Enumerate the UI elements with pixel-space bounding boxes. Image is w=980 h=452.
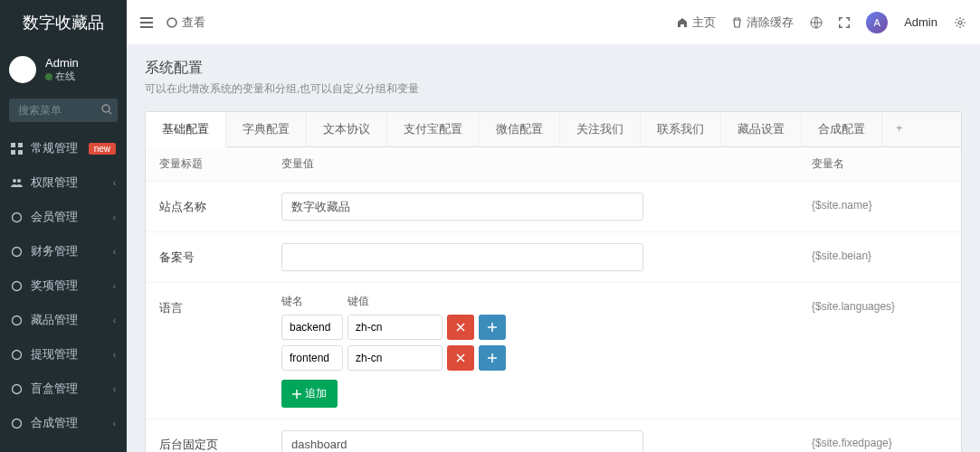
svg-point-15 [13,384,22,393]
menu-label: 会员管理 [31,209,78,225]
kv-row [281,315,812,340]
chevron-left-icon: ‹ [113,419,116,428]
field-label: 语言 [159,294,281,316]
menu-item-withdraw[interactable]: 提现管理 ‹ [0,337,127,372]
tab-synthesis-config[interactable]: 合成配置 [802,112,882,146]
circle-icon [167,17,177,28]
user-avatar-large[interactable] [9,56,36,83]
circle-icon [11,315,24,326]
column-header-var: 变量名 [812,156,947,172]
top-header: 数字收藏品 查看 主页 清除缓存 [0,0,980,45]
menu-item-finance[interactable]: 财务管理 ‹ [0,234,127,268]
menu-item-prize[interactable]: 奖项管理 ‹ [0,268,127,303]
field-label: 备案号 [159,243,281,266]
plus-icon [292,390,301,399]
view-button[interactable]: 查看 [167,14,205,31]
add-row-button[interactable] [479,315,506,340]
trash-icon [732,17,742,28]
dashboard-icon [11,143,24,155]
home-label: 主页 [692,14,716,31]
kv-row [281,345,812,371]
remove-row-button[interactable] [447,345,474,371]
logo-text: 数字收藏品 [23,12,104,33]
user-name-header[interactable]: Admin [904,15,937,29]
sitename-input[interactable] [281,193,643,221]
svg-point-0 [167,18,176,27]
circle-icon [11,280,24,292]
tab-basic[interactable]: 基础配置 [146,112,226,147]
tab-text[interactable]: 文本协议 [307,112,387,146]
header-left-tools: 查看 [140,14,205,31]
menu-label: 藏品管理 [31,312,78,328]
chevron-left-icon: ‹ [113,247,116,257]
content-header: 系统配置 可以在此增改系统的变量和分组,也可以自定义分组和变量 [127,45,980,104]
svg-point-16 [13,419,22,428]
field-var: {$site.name} [812,193,947,212]
form-row-fixedpage: 后台固定页 {$site.fixedpage} [146,419,961,452]
menu-list: 常规管理 new 权限管理 ‹ 会员管理 ‹ 财务管理 ‹ [0,131,127,440]
menu-item-member[interactable]: 会员管理 ‹ [0,200,127,234]
column-header-title: 变量标题 [159,156,281,172]
menu-label: 合成管理 [31,415,78,431]
form-row-language: 语言 键名 键值 [146,283,961,419]
tab-wechat[interactable]: 微信配置 [480,112,560,146]
kv-key-input[interactable] [281,315,343,340]
kv-key-input[interactable] [281,345,343,371]
menu-toggle-icon[interactable] [140,17,153,28]
kv-header: 键名 键值 [281,294,812,309]
form-body: 变量标题 变量值 变量名 站点名称 {$site.name} 备案号 {$sit… [145,147,962,452]
tabs-container: 基础配置 字典配置 文本协议 支付宝配置 微信配置 关注我们 联系我们 藏品设置… [145,111,962,147]
tab-dict[interactable]: 字典配置 [226,112,307,146]
svg-rect-6 [11,150,15,155]
kv-value-input[interactable] [347,345,442,371]
chevron-left-icon: ‹ [113,315,116,325]
close-icon [456,353,465,363]
menu-label: 权限管理 [31,174,78,191]
user-avatar-small[interactable]: A [866,12,888,33]
tab-contact[interactable]: 联系我们 [641,112,721,146]
menu-item-blindbox[interactable]: 盲盒管理 ‹ [0,372,127,406]
search-icon[interactable] [101,104,112,115]
remove-row-button[interactable] [447,315,474,340]
kv-header-value: 键值 [347,294,442,309]
status-dot-icon [45,73,52,80]
logo-area: 数字收藏品 [0,0,127,45]
tab-collection-settings[interactable]: 藏品设置 [721,112,802,146]
menu-label: 财务管理 [31,243,78,259]
fixedpage-input[interactable] [281,430,643,452]
header-main: 查看 主页 清除缓存 A Admin [127,12,980,33]
home-link[interactable]: 主页 [677,14,716,31]
tab-add-icon[interactable]: + [882,112,917,146]
group-icon [11,177,24,189]
circle-icon [11,246,24,258]
menu-item-collection[interactable]: 藏品管理 ‹ [0,303,127,337]
language-icon[interactable] [810,16,823,29]
menu-label: 提现管理 [31,346,78,363]
user-status: 在线 [45,70,79,83]
add-row-button[interactable] [479,345,506,371]
clear-cache-link[interactable]: 清除缓存 [732,14,794,31]
user-status-label: 在线 [55,70,75,83]
menu-item-general[interactable]: 常规管理 new [0,131,127,165]
fullscreen-icon[interactable] [839,17,850,28]
field-var: {$site.beian} [812,243,947,262]
svg-point-2 [958,21,962,24]
menu-item-synthesis[interactable]: 合成管理 ‹ [0,406,127,440]
user-panel: Admin 在线 [0,45,127,94]
page-subtitle: 可以在此增改系统的变量和分组,也可以自定义分组和变量 [145,81,962,97]
chevron-left-icon: ‹ [113,178,116,188]
chevron-left-icon: ‹ [113,384,116,394]
svg-rect-7 [18,150,23,155]
chevron-left-icon: ‹ [113,281,116,291]
form-row-sitename: 站点名称 {$site.name} [146,182,961,232]
svg-point-9 [17,179,21,183]
settings-icon[interactable] [954,16,966,29]
kv-value-input[interactable] [347,315,442,340]
tab-alipay[interactable]: 支付宝配置 [387,112,480,146]
append-button[interactable]: 追加 [281,380,338,408]
beian-input[interactable] [281,243,643,271]
sidebar-user-name: Admin [45,56,79,70]
menu-item-permission[interactable]: 权限管理 ‹ [0,165,127,200]
form-header-row: 变量标题 变量值 变量名 [146,147,961,182]
tab-follow[interactable]: 关注我们 [560,112,641,146]
